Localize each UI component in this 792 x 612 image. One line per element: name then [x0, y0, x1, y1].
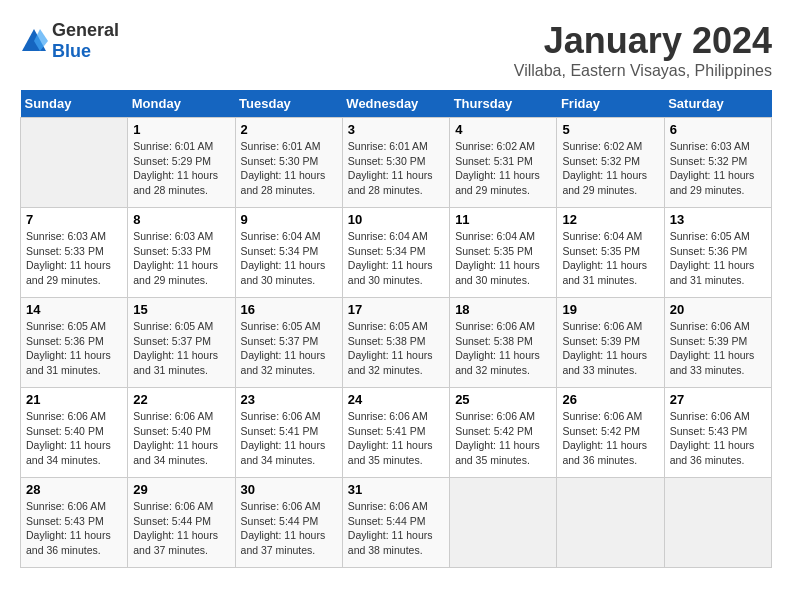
calendar-day-cell — [21, 118, 128, 208]
day-number: 19 — [562, 302, 658, 317]
day-detail: Sunrise: 6:05 AMSunset: 5:36 PMDaylight:… — [670, 229, 766, 288]
day-number: 17 — [348, 302, 444, 317]
day-number: 14 — [26, 302, 122, 317]
day-detail: Sunrise: 6:03 AMSunset: 5:33 PMDaylight:… — [26, 229, 122, 288]
day-number: 3 — [348, 122, 444, 137]
calendar-day-cell: 25Sunrise: 6:06 AMSunset: 5:42 PMDayligh… — [450, 388, 557, 478]
calendar-table: SundayMondayTuesdayWednesdayThursdayFrid… — [20, 90, 772, 568]
calendar-day-cell: 23Sunrise: 6:06 AMSunset: 5:41 PMDayligh… — [235, 388, 342, 478]
day-number: 21 — [26, 392, 122, 407]
calendar-day-cell: 21Sunrise: 6:06 AMSunset: 5:40 PMDayligh… — [21, 388, 128, 478]
calendar-day-cell: 4Sunrise: 6:02 AMSunset: 5:31 PMDaylight… — [450, 118, 557, 208]
day-number: 27 — [670, 392, 766, 407]
day-detail: Sunrise: 6:05 AMSunset: 5:36 PMDaylight:… — [26, 319, 122, 378]
calendar-day-cell: 5Sunrise: 6:02 AMSunset: 5:32 PMDaylight… — [557, 118, 664, 208]
calendar-day-cell: 19Sunrise: 6:06 AMSunset: 5:39 PMDayligh… — [557, 298, 664, 388]
day-number: 30 — [241, 482, 337, 497]
calendar-day-cell: 7Sunrise: 6:03 AMSunset: 5:33 PMDaylight… — [21, 208, 128, 298]
day-number: 2 — [241, 122, 337, 137]
day-detail: Sunrise: 6:01 AMSunset: 5:30 PMDaylight:… — [241, 139, 337, 198]
day-detail: Sunrise: 6:06 AMSunset: 5:38 PMDaylight:… — [455, 319, 551, 378]
location-title: Villaba, Eastern Visayas, Philippines — [514, 62, 772, 80]
logo-general-text: General — [52, 20, 119, 40]
day-detail: Sunrise: 6:05 AMSunset: 5:37 PMDaylight:… — [133, 319, 229, 378]
calendar-day-cell: 11Sunrise: 6:04 AMSunset: 5:35 PMDayligh… — [450, 208, 557, 298]
day-detail: Sunrise: 6:04 AMSunset: 5:35 PMDaylight:… — [562, 229, 658, 288]
day-number: 6 — [670, 122, 766, 137]
day-detail: Sunrise: 6:06 AMSunset: 5:42 PMDaylight:… — [455, 409, 551, 468]
page-header: General Blue January 2024 Villaba, Easte… — [20, 20, 772, 80]
day-number: 23 — [241, 392, 337, 407]
day-number: 22 — [133, 392, 229, 407]
calendar-day-cell: 18Sunrise: 6:06 AMSunset: 5:38 PMDayligh… — [450, 298, 557, 388]
calendar-day-cell — [664, 478, 771, 568]
day-detail: Sunrise: 6:06 AMSunset: 5:44 PMDaylight:… — [133, 499, 229, 558]
day-detail: Sunrise: 6:06 AMSunset: 5:42 PMDaylight:… — [562, 409, 658, 468]
day-number: 24 — [348, 392, 444, 407]
day-detail: Sunrise: 6:04 AMSunset: 5:34 PMDaylight:… — [241, 229, 337, 288]
day-number: 15 — [133, 302, 229, 317]
calendar-day-cell: 1Sunrise: 6:01 AMSunset: 5:29 PMDaylight… — [128, 118, 235, 208]
day-of-week-header: Saturday — [664, 90, 771, 118]
day-number: 31 — [348, 482, 444, 497]
calendar-day-cell: 31Sunrise: 6:06 AMSunset: 5:44 PMDayligh… — [342, 478, 449, 568]
logo: General Blue — [20, 20, 119, 62]
calendar-header-row: SundayMondayTuesdayWednesdayThursdayFrid… — [21, 90, 772, 118]
day-detail: Sunrise: 6:06 AMSunset: 5:41 PMDaylight:… — [241, 409, 337, 468]
month-title: January 2024 — [514, 20, 772, 62]
day-of-week-header: Monday — [128, 90, 235, 118]
day-detail: Sunrise: 6:06 AMSunset: 5:40 PMDaylight:… — [133, 409, 229, 468]
calendar-day-cell: 26Sunrise: 6:06 AMSunset: 5:42 PMDayligh… — [557, 388, 664, 478]
calendar-day-cell: 2Sunrise: 6:01 AMSunset: 5:30 PMDaylight… — [235, 118, 342, 208]
calendar-week-row: 21Sunrise: 6:06 AMSunset: 5:40 PMDayligh… — [21, 388, 772, 478]
calendar-day-cell: 13Sunrise: 6:05 AMSunset: 5:36 PMDayligh… — [664, 208, 771, 298]
calendar-day-cell: 20Sunrise: 6:06 AMSunset: 5:39 PMDayligh… — [664, 298, 771, 388]
calendar-week-row: 14Sunrise: 6:05 AMSunset: 5:36 PMDayligh… — [21, 298, 772, 388]
day-detail: Sunrise: 6:06 AMSunset: 5:44 PMDaylight:… — [241, 499, 337, 558]
day-detail: Sunrise: 6:02 AMSunset: 5:32 PMDaylight:… — [562, 139, 658, 198]
day-number: 28 — [26, 482, 122, 497]
day-detail: Sunrise: 6:06 AMSunset: 5:44 PMDaylight:… — [348, 499, 444, 558]
day-number: 5 — [562, 122, 658, 137]
day-number: 7 — [26, 212, 122, 227]
calendar-day-cell: 8Sunrise: 6:03 AMSunset: 5:33 PMDaylight… — [128, 208, 235, 298]
day-detail: Sunrise: 6:04 AMSunset: 5:35 PMDaylight:… — [455, 229, 551, 288]
day-detail: Sunrise: 6:06 AMSunset: 5:43 PMDaylight:… — [26, 499, 122, 558]
day-number: 10 — [348, 212, 444, 227]
calendar-day-cell: 14Sunrise: 6:05 AMSunset: 5:36 PMDayligh… — [21, 298, 128, 388]
day-of-week-header: Friday — [557, 90, 664, 118]
calendar-day-cell: 27Sunrise: 6:06 AMSunset: 5:43 PMDayligh… — [664, 388, 771, 478]
day-detail: Sunrise: 6:06 AMSunset: 5:41 PMDaylight:… — [348, 409, 444, 468]
day-detail: Sunrise: 6:06 AMSunset: 5:39 PMDaylight:… — [670, 319, 766, 378]
day-number: 11 — [455, 212, 551, 227]
calendar-week-row: 7Sunrise: 6:03 AMSunset: 5:33 PMDaylight… — [21, 208, 772, 298]
day-detail: Sunrise: 6:06 AMSunset: 5:43 PMDaylight:… — [670, 409, 766, 468]
day-number: 20 — [670, 302, 766, 317]
day-number: 9 — [241, 212, 337, 227]
day-number: 18 — [455, 302, 551, 317]
calendar-day-cell: 16Sunrise: 6:05 AMSunset: 5:37 PMDayligh… — [235, 298, 342, 388]
day-detail: Sunrise: 6:03 AMSunset: 5:32 PMDaylight:… — [670, 139, 766, 198]
day-detail: Sunrise: 6:06 AMSunset: 5:40 PMDaylight:… — [26, 409, 122, 468]
calendar-day-cell: 29Sunrise: 6:06 AMSunset: 5:44 PMDayligh… — [128, 478, 235, 568]
calendar-day-cell: 9Sunrise: 6:04 AMSunset: 5:34 PMDaylight… — [235, 208, 342, 298]
calendar-day-cell: 10Sunrise: 6:04 AMSunset: 5:34 PMDayligh… — [342, 208, 449, 298]
calendar-day-cell: 12Sunrise: 6:04 AMSunset: 5:35 PMDayligh… — [557, 208, 664, 298]
day-detail: Sunrise: 6:06 AMSunset: 5:39 PMDaylight:… — [562, 319, 658, 378]
calendar-day-cell — [557, 478, 664, 568]
calendar-day-cell: 28Sunrise: 6:06 AMSunset: 5:43 PMDayligh… — [21, 478, 128, 568]
day-detail: Sunrise: 6:05 AMSunset: 5:38 PMDaylight:… — [348, 319, 444, 378]
day-number: 8 — [133, 212, 229, 227]
calendar-day-cell: 30Sunrise: 6:06 AMSunset: 5:44 PMDayligh… — [235, 478, 342, 568]
calendar-day-cell: 24Sunrise: 6:06 AMSunset: 5:41 PMDayligh… — [342, 388, 449, 478]
calendar-day-cell: 3Sunrise: 6:01 AMSunset: 5:30 PMDaylight… — [342, 118, 449, 208]
title-section: January 2024 Villaba, Eastern Visayas, P… — [514, 20, 772, 80]
day-detail: Sunrise: 6:03 AMSunset: 5:33 PMDaylight:… — [133, 229, 229, 288]
day-detail: Sunrise: 6:04 AMSunset: 5:34 PMDaylight:… — [348, 229, 444, 288]
day-number: 29 — [133, 482, 229, 497]
day-number: 12 — [562, 212, 658, 227]
day-number: 4 — [455, 122, 551, 137]
calendar-day-cell: 22Sunrise: 6:06 AMSunset: 5:40 PMDayligh… — [128, 388, 235, 478]
calendar-week-row: 1Sunrise: 6:01 AMSunset: 5:29 PMDaylight… — [21, 118, 772, 208]
day-number: 13 — [670, 212, 766, 227]
